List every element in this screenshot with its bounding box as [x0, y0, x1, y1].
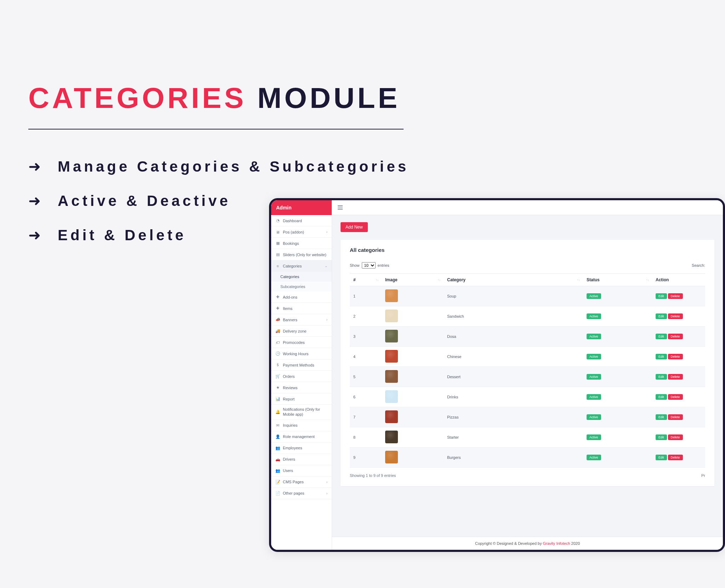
sidebar-item-cms-pages[interactable]: 📝CMS Pages› [271, 477, 332, 488]
edit-button[interactable]: Edit [656, 434, 667, 440]
edit-button[interactable]: Edit [656, 334, 667, 339]
cell-actions: Edit Delete [652, 347, 705, 367]
chevron-down-icon: ⌄ [325, 264, 327, 268]
sidebar-item-bookings[interactable]: ▦Bookings [271, 238, 332, 249]
status-badge[interactable]: Active [587, 293, 601, 299]
arrow-icon: ➜ [28, 226, 41, 244]
sidebar-item-employees[interactable]: 👥Employees [271, 443, 332, 454]
sidebar-item-label: Reviews [283, 386, 298, 390]
sidebar-subitem-subcategories[interactable]: Subcategories [271, 282, 332, 292]
edit-button[interactable]: Edit [656, 374, 667, 380]
pagination-prev[interactable]: Pr [701, 473, 705, 478]
th-category[interactable]: Category ↑↓ [444, 274, 583, 286]
sidebar-item-label: Sliders (Only for website) [283, 253, 326, 257]
sidebar-item-pos-addon[interactable]: 🖥Pos (addon)› [271, 226, 332, 238]
topbar [332, 200, 723, 215]
cell-number: 1 [350, 286, 382, 306]
delete-button[interactable]: Delete [668, 374, 683, 380]
sidebar-item-banners[interactable]: 📣Banners› [271, 314, 332, 325]
delete-button[interactable]: Delete [668, 354, 683, 359]
sidebar-item-label: Banners [283, 318, 297, 322]
cell-image [382, 286, 444, 306]
star-icon: ★ [275, 385, 280, 390]
sidebar-item-inquiries[interactable]: ✉Inquiries [271, 420, 332, 431]
edit-button[interactable]: Edit [656, 455, 667, 460]
cell-actions: Edit Delete [652, 306, 705, 327]
delete-button[interactable]: Delete [668, 414, 683, 420]
truck-icon: 🚚 [275, 329, 280, 333]
category-thumbnail [385, 370, 398, 383]
gauge-icon: ◔ [275, 218, 280, 223]
page2-icon: 📄 [275, 491, 280, 496]
sidebar-item-add-ons[interactable]: ✚Add-ons [271, 292, 332, 303]
sidebar-item-orders[interactable]: 🛒Orders [271, 371, 332, 382]
sidebar-item-other-pages[interactable]: 📄Other pages› [271, 488, 332, 499]
edit-button[interactable]: Edit [656, 293, 667, 299]
sidebar-subitem-categories[interactable]: Categories [271, 272, 332, 282]
categories-card: All categories Show 10 entries Search: [341, 240, 714, 486]
hamburger-icon[interactable] [338, 206, 343, 209]
status-badge[interactable]: Active [587, 434, 601, 440]
sidebar-item-label: Working Hours [283, 352, 309, 356]
sidebar-item-label: Other pages [283, 491, 304, 495]
sidebar-item-promocodes[interactable]: 🏷Promocodes [271, 337, 332, 348]
delete-button[interactable]: Delete [668, 434, 683, 440]
sidebar-item-working-hours[interactable]: 🕒Working Hours [271, 348, 332, 359]
delete-button[interactable]: Delete [668, 394, 683, 400]
delete-button[interactable]: Delete [668, 293, 683, 299]
sidebar-item-drivers[interactable]: 🚗Drivers [271, 454, 332, 465]
th-action[interactable]: Action [652, 274, 705, 286]
status-badge[interactable]: Active [587, 334, 601, 339]
sidebar-item-label: Categories [283, 264, 302, 268]
cell-image [382, 327, 444, 347]
sidebar-item-dashboard[interactable]: ◔Dashboard [271, 215, 332, 226]
table-row: 4ChineseActiveEdit Delete [350, 347, 705, 367]
edit-button[interactable]: Edit [656, 394, 667, 400]
cell-actions: Edit Delete [652, 448, 705, 468]
sidebar-item-label: Users [283, 468, 293, 473]
sidebar-item-users[interactable]: 👥Users [271, 465, 332, 477]
delete-button[interactable]: Delete [668, 455, 683, 460]
cell-category: Sandwich [444, 306, 583, 327]
category-thumbnail [385, 350, 398, 363]
table-row: 1SoupActiveEdit Delete [350, 286, 705, 306]
sidebar-item-role-management[interactable]: 👤Role management [271, 431, 332, 443]
admin-panel-screenshot: Admin ◔Dashboard🖥Pos (addon)›▦Bookings▤S… [269, 198, 725, 552]
status-badge[interactable]: Active [587, 455, 601, 460]
add-new-button[interactable]: Add New [341, 222, 368, 232]
status-badge[interactable]: Active [587, 354, 601, 359]
main-area: Add New All categories Show 10 entries S… [332, 200, 723, 550]
cell-status: Active [583, 327, 652, 347]
entries-select[interactable]: 10 [362, 262, 376, 269]
sidebar-item-reviews[interactable]: ★Reviews [271, 382, 332, 393]
sidebar-item-payment-methods[interactable]: ＄Payment Methods [271, 359, 332, 371]
mail-icon: ✉ [275, 423, 280, 428]
sidebar-item-delivery-zone[interactable]: 🚚Delivery zone [271, 325, 332, 337]
status-badge[interactable]: Active [587, 414, 601, 420]
sidebar-item-label: Report [283, 397, 295, 401]
th-status[interactable]: Status ↑↓ [583, 274, 652, 286]
sidebar-item-sliders-only-for-website[interactable]: ▤Sliders (Only for website) [271, 249, 332, 260]
status-badge[interactable]: Active [587, 374, 601, 380]
sidebar-item-label: Dashboard [283, 219, 302, 223]
sidebar-item-categories[interactable]: ≡Categories⌄ [271, 260, 332, 272]
footer-brand-link[interactable]: Gravity Infotech [543, 541, 570, 546]
edit-button[interactable]: Edit [656, 313, 667, 319]
sidebar-item-report[interactable]: 📊Report [271, 393, 332, 405]
cell-image [382, 367, 444, 387]
bell-icon: 🔔 [275, 410, 280, 414]
edit-button[interactable]: Edit [656, 414, 667, 420]
delete-button[interactable]: Delete [668, 313, 683, 319]
status-badge[interactable]: Active [587, 313, 601, 319]
cell-number: 3 [350, 327, 382, 347]
th-number[interactable]: # ↑↓ [350, 274, 382, 286]
th-image[interactable]: Image ↑↓ [382, 274, 444, 286]
sidebar-item-items[interactable]: ✚Items [271, 303, 332, 314]
status-badge[interactable]: Active [587, 394, 601, 400]
sidebar-item-notifications-only-for-mobile-app[interactable]: 🔔Notifications (Only for Mobile app) [271, 405, 332, 420]
cell-number: 2 [350, 306, 382, 327]
table-row: 2SandwichActiveEdit Delete [350, 306, 705, 327]
edit-button[interactable]: Edit [656, 354, 667, 359]
cell-actions: Edit Delete [652, 327, 705, 347]
delete-button[interactable]: Delete [668, 334, 683, 339]
